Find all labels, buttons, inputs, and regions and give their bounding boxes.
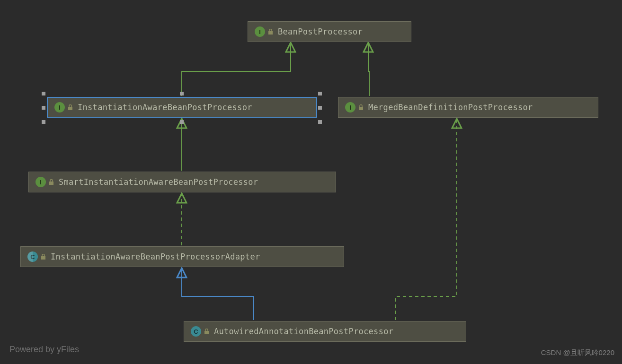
selection-handle-tr[interactable] — [318, 92, 322, 95]
powered-by-label: Powered by yFiles — [9, 345, 79, 355]
lock-icon — [68, 104, 73, 110]
selection-handle-ml[interactable] — [42, 106, 45, 110]
svg-rect-1 — [68, 107, 72, 110]
interface-icon: I — [345, 102, 355, 113]
node-label: InstantiationAwareBeanPostProcessorAdapt… — [51, 252, 260, 261]
svg-rect-0 — [268, 31, 273, 35]
selection-handle-tl[interactable] — [42, 92, 45, 95]
interface-icon: I — [54, 102, 65, 113]
svg-rect-5 — [204, 331, 209, 334]
node-instantiation-aware-bpp[interactable]: I InstantiationAwareBeanPostProcessor — [47, 97, 317, 118]
svg-rect-3 — [49, 182, 53, 185]
lock-icon — [41, 254, 46, 260]
interface-icon: I — [255, 26, 265, 37]
svg-rect-2 — [359, 107, 363, 110]
lock-icon — [49, 179, 54, 185]
node-label: InstantiationAwareBeanPostProcessor — [78, 103, 252, 112]
node-merged-bean-definition-pp[interactable]: I MergedBeanDefinitionPostProcessor — [338, 97, 598, 118]
node-instantiation-aware-bpp-adapter[interactable]: C InstantiationAwareBeanPostProcessorAda… — [20, 246, 344, 267]
interface-icon: I — [36, 177, 46, 187]
node-label: BeanPostProcessor — [278, 27, 363, 36]
svg-rect-4 — [41, 256, 45, 260]
selection-handle-mr[interactable] — [318, 106, 322, 110]
node-autowired-annotation-bpp[interactable]: C AutowiredAnnotationBeanPostProcessor — [184, 321, 466, 342]
node-label: SmartInstantiationAwareBeanPostProcessor — [59, 177, 258, 187]
selection-handle-tm[interactable] — [180, 92, 184, 95]
selection-handle-bl[interactable] — [42, 120, 45, 124]
lock-icon — [204, 329, 209, 334]
node-bean-post-processor[interactable]: I BeanPostProcessor — [248, 21, 411, 42]
lock-icon — [268, 29, 273, 35]
lock-icon — [358, 104, 364, 110]
selection-handle-bm[interactable] — [180, 120, 184, 124]
node-label: MergedBeanDefinitionPostProcessor — [368, 103, 533, 112]
selection-handle-br[interactable] — [318, 120, 322, 124]
node-label: AutowiredAnnotationBeanPostProcessor — [214, 327, 393, 336]
node-smart-instantiation-aware-bpp[interactable]: I SmartInstantiationAwareBeanPostProcess… — [28, 172, 336, 192]
watermark-label: CSDN @且听风吟0220 — [541, 348, 614, 357]
abstract-class-icon: C — [27, 251, 38, 262]
class-icon: C — [191, 326, 201, 337]
